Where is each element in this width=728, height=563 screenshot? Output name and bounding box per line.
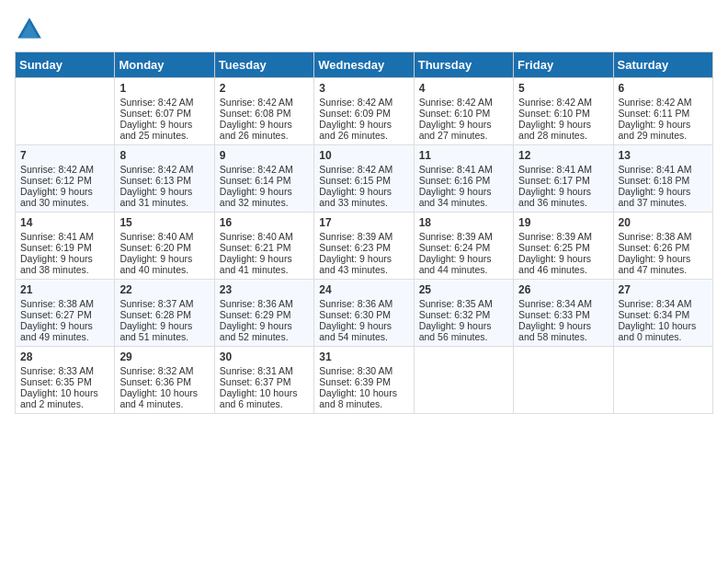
sunrise-text: Sunrise: 8:42 AM bbox=[319, 97, 392, 108]
calendar-week-row: 1 Sunrise: 8:42 AM Sunset: 6:07 PM Dayli… bbox=[16, 78, 713, 145]
page-header bbox=[15, 15, 713, 44]
calendar-cell: 20 Sunrise: 8:38 AM Sunset: 6:26 PM Dayl… bbox=[613, 213, 712, 280]
daylight-text: Daylight: 9 hours and 30 minutes. bbox=[20, 186, 93, 208]
sunset-text: Sunset: 6:17 PM bbox=[518, 175, 590, 186]
sunset-text: Sunset: 6:26 PM bbox=[619, 242, 690, 253]
daylight-text: Daylight: 9 hours and 47 minutes. bbox=[619, 253, 691, 275]
day-header-tuesday: Tuesday bbox=[214, 52, 313, 78]
calendar-cell: 22 Sunrise: 8:37 AM Sunset: 6:28 PM Dayl… bbox=[115, 280, 214, 347]
sunset-text: Sunset: 6:14 PM bbox=[220, 175, 291, 186]
calendar-week-row: 7 Sunrise: 8:42 AM Sunset: 6:12 PM Dayli… bbox=[16, 145, 713, 213]
sunrise-text: Sunrise: 8:39 AM bbox=[518, 231, 592, 242]
calendar-cell: 7 Sunrise: 8:42 AM Sunset: 6:12 PM Dayli… bbox=[16, 145, 115, 213]
calendar-cell: 8 Sunrise: 8:42 AM Sunset: 6:13 PM Dayli… bbox=[115, 145, 214, 213]
sunrise-text: Sunrise: 8:39 AM bbox=[319, 231, 392, 242]
day-header-wednesday: Wednesday bbox=[314, 52, 414, 78]
daylight-text: Daylight: 10 hours and 6 minutes. bbox=[220, 387, 298, 409]
daylight-text: Daylight: 9 hours and 58 minutes. bbox=[518, 320, 591, 342]
sunset-text: Sunset: 6:07 PM bbox=[119, 108, 191, 119]
sunrise-text: Sunrise: 8:42 AM bbox=[20, 164, 94, 175]
sunset-text: Sunset: 6:39 PM bbox=[319, 376, 391, 387]
sunset-text: Sunset: 6:23 PM bbox=[319, 242, 391, 253]
day-number: 24 bbox=[319, 283, 408, 296]
sunrise-text: Sunrise: 8:32 AM bbox=[119, 365, 193, 376]
sunrise-text: Sunrise: 8:41 AM bbox=[20, 231, 94, 242]
daylight-text: Daylight: 9 hours and 38 minutes. bbox=[20, 253, 93, 275]
day-number: 23 bbox=[220, 283, 309, 296]
calendar-week-row: 21 Sunrise: 8:38 AM Sunset: 6:27 PM Dayl… bbox=[16, 280, 713, 347]
calendar-cell: 18 Sunrise: 8:39 AM Sunset: 6:24 PM Dayl… bbox=[414, 213, 513, 280]
day-number: 6 bbox=[619, 82, 708, 95]
daylight-text: Daylight: 9 hours and 51 minutes. bbox=[119, 320, 192, 342]
daylight-text: Daylight: 9 hours and 54 minutes. bbox=[319, 320, 392, 342]
calendar-week-row: 14 Sunrise: 8:41 AM Sunset: 6:19 PM Dayl… bbox=[16, 213, 713, 280]
calendar-cell: 25 Sunrise: 8:35 AM Sunset: 6:32 PM Dayl… bbox=[414, 280, 513, 347]
sunrise-text: Sunrise: 8:42 AM bbox=[619, 97, 692, 108]
sunset-text: Sunset: 6:24 PM bbox=[419, 242, 491, 253]
sunrise-text: Sunrise: 8:41 AM bbox=[419, 164, 493, 175]
daylight-text: Daylight: 9 hours and 43 minutes. bbox=[319, 253, 392, 275]
sunset-text: Sunset: 6:18 PM bbox=[619, 175, 690, 186]
calendar-cell: 1 Sunrise: 8:42 AM Sunset: 6:07 PM Dayli… bbox=[115, 78, 214, 145]
day-number: 11 bbox=[419, 149, 508, 162]
daylight-text: Daylight: 9 hours and 41 minutes. bbox=[220, 253, 292, 275]
sunset-text: Sunset: 6:30 PM bbox=[319, 309, 391, 320]
day-number: 18 bbox=[419, 216, 508, 229]
sunset-text: Sunset: 6:27 PM bbox=[20, 309, 92, 320]
daylight-text: Daylight: 10 hours and 8 minutes. bbox=[319, 387, 397, 409]
calendar-cell: 11 Sunrise: 8:41 AM Sunset: 6:16 PM Dayl… bbox=[414, 145, 513, 213]
day-number: 8 bbox=[119, 149, 209, 162]
daylight-text: Daylight: 9 hours and 26 minutes. bbox=[220, 119, 292, 141]
sunset-text: Sunset: 6:21 PM bbox=[220, 242, 291, 253]
calendar-cell: 4 Sunrise: 8:42 AM Sunset: 6:10 PM Dayli… bbox=[414, 78, 513, 145]
day-number: 10 bbox=[319, 149, 408, 162]
day-number: 21 bbox=[20, 283, 109, 296]
sunset-text: Sunset: 6:32 PM bbox=[419, 309, 491, 320]
sunset-text: Sunset: 6:13 PM bbox=[119, 175, 191, 186]
day-number: 3 bbox=[319, 82, 408, 95]
calendar-cell: 30 Sunrise: 8:31 AM Sunset: 6:37 PM Dayl… bbox=[214, 347, 313, 414]
sunset-text: Sunset: 6:15 PM bbox=[319, 175, 391, 186]
daylight-text: Daylight: 10 hours and 2 minutes. bbox=[20, 387, 98, 409]
sunset-text: Sunset: 6:35 PM bbox=[20, 376, 92, 387]
sunset-text: Sunset: 6:36 PM bbox=[119, 376, 191, 387]
day-number: 5 bbox=[518, 82, 608, 95]
sunrise-text: Sunrise: 8:42 AM bbox=[220, 164, 293, 175]
sunrise-text: Sunrise: 8:38 AM bbox=[619, 231, 692, 242]
day-number: 14 bbox=[20, 216, 109, 229]
daylight-text: Daylight: 9 hours and 44 minutes. bbox=[419, 253, 492, 275]
sunset-text: Sunset: 6:20 PM bbox=[119, 242, 191, 253]
sunrise-text: Sunrise: 8:40 AM bbox=[220, 231, 293, 242]
daylight-text: Daylight: 9 hours and 25 minutes. bbox=[119, 119, 192, 141]
daylight-text: Daylight: 9 hours and 36 minutes. bbox=[518, 186, 591, 208]
daylight-text: Daylight: 9 hours and 26 minutes. bbox=[319, 119, 392, 141]
sunset-text: Sunset: 6:10 PM bbox=[518, 108, 590, 119]
day-number: 19 bbox=[518, 216, 608, 229]
sunset-text: Sunset: 6:11 PM bbox=[619, 108, 690, 119]
day-header-thursday: Thursday bbox=[414, 52, 513, 78]
day-number: 7 bbox=[20, 149, 109, 162]
sunrise-text: Sunrise: 8:40 AM bbox=[119, 231, 193, 242]
daylight-text: Daylight: 10 hours and 0 minutes. bbox=[619, 320, 697, 342]
sunrise-text: Sunrise: 8:36 AM bbox=[319, 298, 392, 309]
calendar-cell: 10 Sunrise: 8:42 AM Sunset: 6:15 PM Dayl… bbox=[314, 145, 414, 213]
calendar-cell: 12 Sunrise: 8:41 AM Sunset: 6:17 PM Dayl… bbox=[514, 145, 613, 213]
sunset-text: Sunset: 6:12 PM bbox=[20, 175, 92, 186]
day-number: 9 bbox=[220, 149, 309, 162]
logo-icon bbox=[15, 15, 44, 44]
calendar-cell: 23 Sunrise: 8:36 AM Sunset: 6:29 PM Dayl… bbox=[214, 280, 313, 347]
logo bbox=[15, 15, 48, 44]
day-number: 12 bbox=[518, 149, 608, 162]
day-number: 30 bbox=[220, 350, 309, 363]
sunset-text: Sunset: 6:10 PM bbox=[419, 108, 491, 119]
daylight-text: Daylight: 9 hours and 49 minutes. bbox=[20, 320, 93, 342]
sunrise-text: Sunrise: 8:42 AM bbox=[518, 97, 592, 108]
sunrise-text: Sunrise: 8:41 AM bbox=[619, 164, 692, 175]
calendar-cell: 21 Sunrise: 8:38 AM Sunset: 6:27 PM Dayl… bbox=[16, 280, 115, 347]
daylight-text: Daylight: 9 hours and 46 minutes. bbox=[518, 253, 591, 275]
calendar-cell: 26 Sunrise: 8:34 AM Sunset: 6:33 PM Dayl… bbox=[514, 280, 613, 347]
calendar-cell: 2 Sunrise: 8:42 AM Sunset: 6:08 PM Dayli… bbox=[214, 78, 313, 145]
sunset-text: Sunset: 6:09 PM bbox=[319, 108, 391, 119]
daylight-text: Daylight: 9 hours and 32 minutes. bbox=[220, 186, 292, 208]
calendar-cell: 3 Sunrise: 8:42 AM Sunset: 6:09 PM Dayli… bbox=[314, 78, 414, 145]
